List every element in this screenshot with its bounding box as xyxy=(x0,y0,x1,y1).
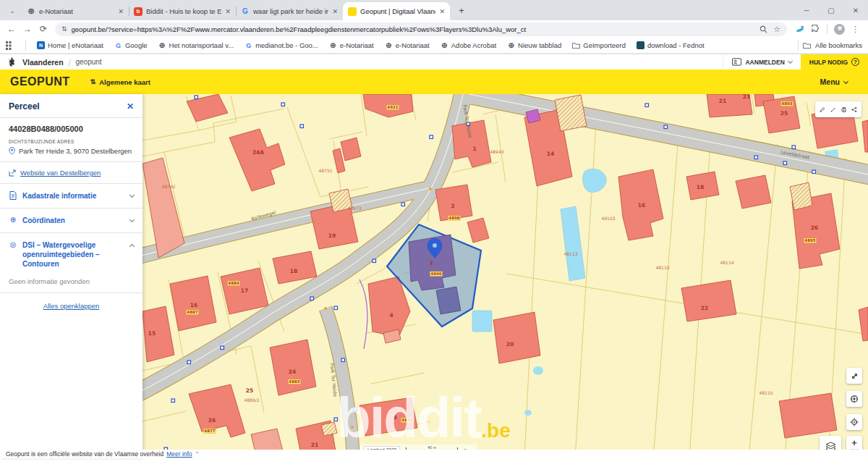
pen-icon[interactable] xyxy=(830,106,836,114)
print-icon[interactable] xyxy=(841,106,847,114)
municipality-website-link[interactable]: Website van Destelbergen xyxy=(20,169,101,177)
site-settings-icon[interactable]: ⇅ xyxy=(61,25,67,33)
tab-title: Biddit - Huis te koop te Everge xyxy=(146,7,221,15)
window-minimize-button[interactable]: ─ xyxy=(794,0,819,20)
geolocate-button[interactable] xyxy=(846,414,862,430)
selected-building-extension xyxy=(436,287,461,314)
map-label-house: 14 xyxy=(547,151,554,157)
bookmark-label: Nieuw tabblad xyxy=(518,41,561,49)
help-button[interactable]: HULP NODIG ? xyxy=(801,54,868,70)
profile-avatar[interactable] xyxy=(834,24,845,35)
tab-title: e-Notariaat xyxy=(39,7,114,15)
panel-close-button[interactable]: ✕ xyxy=(127,101,134,112)
help-label: HULP NODIG xyxy=(809,59,848,66)
forward-button[interactable]: → xyxy=(20,22,35,36)
new-tab-button[interactable]: + xyxy=(454,3,469,17)
tab-close-icon[interactable]: ✕ xyxy=(118,8,124,15)
notariaat-icon: N xyxy=(37,41,45,49)
all-bookmarks-button[interactable]: Alle bookmarks xyxy=(798,41,862,51)
bookmarks-divider xyxy=(798,41,799,51)
tab-close-icon[interactable]: ✕ xyxy=(225,8,231,15)
bookmark-geimporteerd-folder[interactable]: GeImporteerd xyxy=(572,41,626,49)
dsi-layer-icon: ◎ xyxy=(9,240,17,248)
chrome-menu-icon[interactable]: ⋮ xyxy=(851,25,859,34)
expand-all-link[interactable]: Alles openklappen xyxy=(43,302,100,310)
road-marker xyxy=(664,125,668,129)
road-marker xyxy=(812,170,816,174)
tab-geopunt-active[interactable]: Geopunt | Digitaal Vlaanderen ✕ xyxy=(343,2,450,20)
map-label-house: 23 xyxy=(743,94,750,100)
map-label-house: 18 xyxy=(697,184,704,190)
bookmarks-divider xyxy=(25,41,26,51)
tab-biddit[interactable]: b Biddit - Huis te koop te Everge ✕ xyxy=(129,2,236,20)
document-icon xyxy=(9,191,17,200)
overview-button[interactable] xyxy=(846,391,862,407)
tab-e-notariaat[interactable]: ⊕ e-Notariaat ✕ xyxy=(22,2,129,20)
window-close-button[interactable]: ✕ xyxy=(843,0,868,20)
share-icon[interactable] xyxy=(851,106,857,114)
footer-more-info-link[interactable]: Meer info xyxy=(166,450,192,458)
flemish-lion-icon xyxy=(7,57,17,67)
all-bookmarks-label: Alle bookmarks xyxy=(815,41,862,49)
bookmark-home-enotariaat[interactable]: NHome | eNotariaat xyxy=(37,41,103,49)
bookmark-adobe-acrobat[interactable]: ⊕Adobe Acrobat xyxy=(441,41,496,49)
zoom-in-button[interactable]: + xyxy=(851,437,857,449)
apps-grid-icon[interactable] xyxy=(6,41,14,50)
extension-colored-icon[interactable] xyxy=(796,25,805,34)
tab-close-icon[interactable]: ✕ xyxy=(332,8,338,15)
globe-favicon: ⊕ xyxy=(27,7,35,16)
window-maximize-button[interactable]: ▢ xyxy=(819,0,843,20)
geopunt-logo[interactable]: GEOPUNT xyxy=(10,75,70,88)
map-label-house: 17 xyxy=(241,287,248,294)
road-marker xyxy=(354,408,357,411)
menu-button[interactable]: Menu xyxy=(820,77,858,86)
section-dsi-watergevoelige[interactable]: ◎ DSI – Watergevoelige openruimtegebiede… xyxy=(0,233,142,272)
back-button[interactable]: ← xyxy=(4,22,19,36)
website-link-row[interactable]: Website van Destelbergen xyxy=(0,162,142,184)
gov-footer: Geopunt is een officiële website van de … xyxy=(0,450,868,458)
section-kadastrale-informatie[interactable]: Kadastrale informatie xyxy=(0,184,142,209)
bookmark-star-icon[interactable]: ☆ xyxy=(773,25,780,34)
map-viewport[interactable]: KollewegelPark Ter HeidePark Ter HeideLe… xyxy=(142,94,868,458)
biddit-favicon: b xyxy=(134,7,142,16)
parcel-info-panel: Perceel ✕ 44028B0488/005000 DICHTSTBIJZI… xyxy=(0,94,142,458)
road-marker xyxy=(754,156,758,159)
globe-icon: ⊕ xyxy=(507,41,515,49)
tab-close-icon[interactable]: ✕ xyxy=(439,8,445,15)
bookmark-google[interactable]: GGoogle xyxy=(114,41,148,49)
fullscreen-button[interactable] xyxy=(846,368,862,384)
tab-search-button[interactable]: ⌄ xyxy=(6,4,19,17)
bookmark-label: GeImporteerd xyxy=(583,41,626,49)
road-marker xyxy=(645,104,649,107)
zoom-page-icon[interactable] xyxy=(760,25,767,33)
extensions-puzzle-icon[interactable] xyxy=(812,25,820,33)
map-canvas[interactable]: KollewegelPark Ter HeidePark Ter HeideLe… xyxy=(142,94,868,458)
map-label-tag: 4898 xyxy=(448,216,459,220)
bookmark-label: medianot.be - Goo... xyxy=(255,41,318,49)
map-label-house: 16 xyxy=(638,202,645,209)
pencil-icon[interactable] xyxy=(820,106,825,114)
bookmark-notarisportaal[interactable]: ⊕Het notarisportaal v... xyxy=(158,41,234,49)
login-button[interactable]: AANMELDEN xyxy=(723,54,800,70)
swap-arrows-icon: ⇅ xyxy=(90,78,96,85)
basemap-label: Algemene kaart xyxy=(99,78,150,86)
vlaanderen-brand[interactable]: Vlaanderen xyxy=(22,58,64,67)
bookmark-medianot[interactable]: Gmedianot.be - Goo... xyxy=(244,41,318,49)
bookmark-enotariaat-1[interactable]: ⊕e-Notariaat xyxy=(329,41,374,49)
url-bar[interactable]: ⇅ geopunt.be/?service=https%3A%2F%2Fwww.… xyxy=(55,22,787,36)
bookmark-download-fednot[interactable]: download - Fednot xyxy=(637,41,705,49)
section-coordinaten[interactable]: ⊕ Coördinaten xyxy=(0,209,142,233)
basemap-selector[interactable]: ⇅ Algemene kaart xyxy=(90,78,150,86)
map-label-house: 1 xyxy=(472,146,476,152)
breadcrumb-separator: | xyxy=(67,57,72,66)
tab-google-search[interactable]: G waar ligt park ter heide in heus ✕ xyxy=(236,2,343,20)
bookmark-nieuw-tabblad[interactable]: ⊕Nieuw tabblad xyxy=(507,41,561,49)
reload-button[interactable]: ⟳ xyxy=(36,22,51,36)
bookmark-enotariaat-2[interactable]: ⊕e-Notariaat xyxy=(385,41,430,49)
google-favicon: G xyxy=(241,7,250,16)
login-label: AANMELDEN xyxy=(745,59,784,66)
map-label-parcel: 48742 xyxy=(161,184,175,189)
vlaanderen-gov-bar: Vlaanderen | geopunt AANMELDEN HULP NODI… xyxy=(0,54,868,70)
map-label-house: 8 xyxy=(393,414,396,421)
toolbar-divider xyxy=(827,24,827,34)
